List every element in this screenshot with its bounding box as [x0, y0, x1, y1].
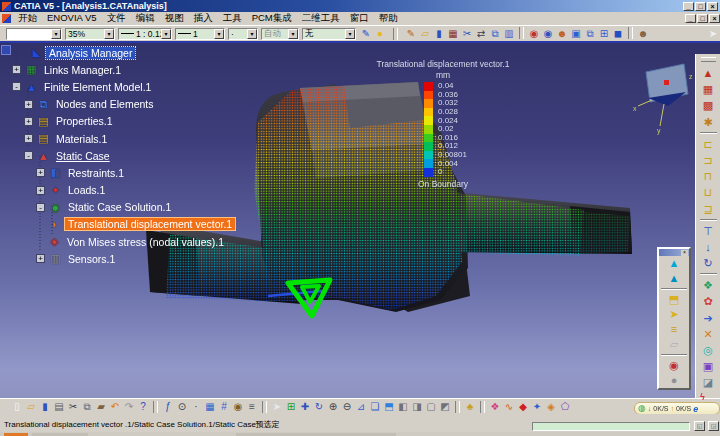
toolbar-handle[interactable] — [701, 57, 716, 62]
shading-edges-icon[interactable]: ◨ — [410, 400, 424, 414]
select-icon[interactable]: ➤ — [270, 400, 284, 414]
tree-item-von-mises-stress-label[interactable]: Von Mises stress (nodal values).1 — [64, 236, 227, 248]
close-icon[interactable]: × — [681, 250, 688, 256]
tree-item-analysis-manager-label[interactable]: Analysis Manager — [46, 47, 135, 59]
ball-joint-icon[interactable]: ⊔ — [698, 184, 718, 200]
ball-icon[interactable]: ● — [373, 27, 387, 41]
tree-item-materials[interactable]: +▤Materials.1 — [2, 130, 236, 147]
tree-item-static-case[interactable]: -▲Static Case — [2, 147, 236, 164]
open-folder-icon[interactable]: ▱ — [24, 400, 38, 414]
tree-item-loads-label[interactable]: Loads.1 — [65, 184, 108, 196]
tree-item-finite-element-model[interactable]: -▲Finite Element Model.1 — [2, 78, 236, 95]
wireframe-icon[interactable]: ▢ — [424, 400, 438, 414]
scale-ratio-combo[interactable]: 1 : 0.12▾ — [118, 28, 172, 40]
tree-item-links-manager-label[interactable]: Links Manager.1 — [41, 64, 124, 76]
restore-button[interactable]: □ — [695, 2, 706, 11]
hide-show-icon[interactable]: ◩ — [438, 400, 452, 414]
media-icon[interactable]: ▦ — [446, 27, 460, 41]
command-input[interactable] — [532, 422, 690, 431]
minimize-button[interactable]: _ — [683, 2, 694, 11]
menu-pcm-integration[interactable]: PCM集成 — [247, 12, 297, 25]
surface-slider-icon[interactable]: ⊐ — [698, 152, 718, 168]
save-disk-icon[interactable]: ▮ — [432, 27, 446, 41]
mesh-part-icon[interactable]: ▦ — [698, 81, 718, 97]
expander-icon[interactable]: - — [24, 151, 33, 160]
new-file-icon[interactable]: ▯ — [10, 400, 24, 414]
mesh-spec-icon[interactable]: ▩ — [698, 97, 718, 113]
close-button[interactable]: × — [707, 2, 718, 11]
pointer-icon[interactable]: ➤ — [706, 27, 720, 41]
tree-item-finite-element-model-label[interactable]: Finite Element Model.1 — [41, 81, 154, 93]
von-mises-icon[interactable]: ◆ — [516, 400, 530, 414]
lock-icon[interactable]: ◉ — [231, 400, 245, 414]
menu-enovia-v5[interactable]: ENOVIA V5 — [42, 12, 102, 25]
expander-icon[interactable]: - — [36, 203, 45, 212]
dropdown-arrow-icon[interactable]: ▾ — [51, 29, 61, 39]
search-red-icon[interactable]: ◉ — [527, 27, 541, 41]
dropdown-arrow-icon[interactable]: ▾ — [104, 29, 114, 39]
tree-item-nodes-and-elements-label[interactable]: Nodes and Elements — [53, 98, 156, 110]
expander-icon[interactable]: + — [36, 168, 45, 177]
macro-dot-icon[interactable]: · — [189, 400, 203, 414]
tree-item-nodes-and-elements[interactable]: +⧉Nodes and Elements — [2, 96, 236, 113]
tree-item-properties-label[interactable]: Properties.1 — [53, 115, 116, 127]
restore-button[interactable]: □ — [697, 14, 708, 23]
grid-window-icon[interactable]: ⊞ — [597, 27, 611, 41]
render-style-icon[interactable]: ◉ — [659, 358, 689, 373]
advanced-restraint-icon[interactable]: ⊒ — [698, 201, 718, 217]
animate-icon[interactable]: ▣ — [698, 358, 718, 374]
save-icon[interactable]: ▮ — [38, 400, 52, 414]
tree-item-translational-displacement-vector-label[interactable]: Translational displacement vector.1 — [64, 217, 236, 231]
precision-result-icon[interactable]: ◎ — [698, 342, 718, 358]
menu-tools[interactable]: 工具 — [218, 12, 247, 25]
cut-arrow-icon[interactable]: ✂ — [460, 27, 474, 41]
tree-item-properties[interactable]: +▤Properties.1 — [2, 113, 236, 130]
expander-icon[interactable]: + — [36, 186, 45, 195]
browser-icon[interactable]: e — [693, 404, 698, 414]
force-icon[interactable]: ↓ — [698, 239, 718, 255]
pan-icon[interactable]: ✚ — [298, 400, 312, 414]
table-icon[interactable]: ▦ — [203, 400, 217, 414]
restraint-icon[interactable]: ⊓ — [698, 168, 718, 184]
moment-icon[interactable]: ↻ — [698, 255, 718, 271]
adaptivity-icon[interactable]: ✱ — [698, 114, 718, 130]
normal-view-icon[interactable]: ⊿ — [354, 400, 368, 414]
mesher-icon[interactable]: ▲ — [698, 65, 718, 81]
fit-all-icon[interactable]: ⊞ — [284, 400, 298, 414]
cut-icon[interactable]: ✂ — [66, 400, 80, 414]
dropdown-arrow-icon[interactable]: ▾ — [161, 29, 171, 39]
tree-item-links-manager[interactable]: +▦Links Manager.1 — [2, 61, 236, 78]
pressure-icon[interactable]: ⊤ — [698, 223, 718, 239]
cut-plane-icon[interactable]: ◪ — [698, 374, 718, 390]
help-cursor-icon[interactable]: ? — [136, 400, 150, 414]
iso-view-icon[interactable]: ⬒ — [382, 400, 396, 414]
none-combo[interactable]: 无▾ — [302, 28, 356, 40]
tree-item-restraints[interactable]: +◧Restraints.1 — [2, 164, 236, 181]
workbench-button[interactable]: ◱ — [694, 421, 705, 431]
tree-item-loads[interactable]: +✦Loads.1 — [2, 182, 236, 199]
displacement-icon[interactable]: ✦ — [530, 400, 544, 414]
tree-item-translational-displacement-vector[interactable]: ◗Translational displacement vector.1 — [2, 216, 236, 233]
menu-view[interactable]: 视图 — [160, 12, 189, 25]
menu-help[interactable]: 帮助 — [374, 12, 403, 25]
principal-stress-icon[interactable]: ◈ — [544, 400, 558, 414]
deformation-result-icon[interactable]: ❖ — [698, 277, 718, 293]
auto-combo[interactable]: 自动▾ — [261, 28, 299, 40]
arrow-view-icon[interactable]: ➤ — [659, 307, 689, 322]
minimize-button[interactable]: _ — [685, 14, 696, 23]
people-icon[interactable]: ☻ — [636, 27, 650, 41]
cube-view-icon[interactable]: ⬒ — [659, 292, 689, 307]
expander-icon[interactable]: + — [24, 134, 33, 143]
paste-icon[interactable]: ▰ — [94, 400, 108, 414]
graph-icon[interactable]: # — [217, 400, 231, 414]
expander-icon[interactable]: + — [24, 100, 33, 109]
multi-view-icon[interactable]: ❏ — [368, 400, 382, 414]
tree-item-static-case-solution[interactable]: -◉Static Case Solution.1 — [2, 199, 236, 216]
name-combo[interactable]: ▾ — [6, 28, 62, 40]
tree-item-sensors[interactable]: +▥Sensors.1 — [2, 250, 236, 267]
menu-file[interactable]: 文件 — [102, 12, 131, 25]
copy-icon[interactable]: ⧉ — [80, 400, 94, 414]
sketcher-icon[interactable]: ✎ — [404, 27, 418, 41]
window-blue-icon[interactable]: ▣ — [569, 27, 583, 41]
tree-item-analysis-manager[interactable]: ◣Analysis Manager — [2, 44, 236, 61]
